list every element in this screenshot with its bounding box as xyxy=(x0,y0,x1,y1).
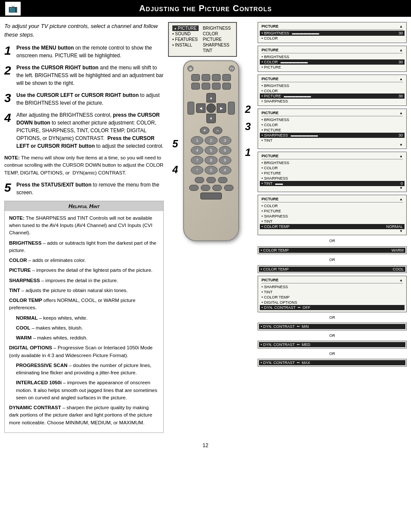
hint-brightness: BRIGHTNESS – adds or subtracts light fro… xyxy=(9,240,159,255)
osd-panel-4-title: PICTURE▲ xyxy=(262,111,403,116)
num-btn-hash[interactable]: # xyxy=(219,166,231,174)
step-4: 4 After adjusting the BRIGHTNESS control… xyxy=(4,111,164,150)
osd-item-brightness-5: • BRIGHTNESS xyxy=(262,160,403,165)
cursor-right-btn[interactable]: ▶ xyxy=(217,103,226,113)
dyn-or-3: OR xyxy=(258,352,407,356)
osd-item-sharpness-3: • SHARPNESS xyxy=(262,99,403,104)
step-1: 1 Press the MENU button on the remote co… xyxy=(4,44,164,59)
num-btn-star[interactable]: * xyxy=(191,166,203,174)
remote-oval-5[interactable] xyxy=(201,185,210,191)
osd-dyn-max: • DYN. CONTRAST •• MAX xyxy=(259,360,405,365)
menu-right-col: BRIGHTNESS COLOR PICTURE SHARPNESS TINT xyxy=(203,25,231,53)
osd-colortemp-warm: • COLOR TEMP WARM xyxy=(259,248,405,253)
cursor-up-btn[interactable]: ▲ xyxy=(206,93,216,103)
hint-sharpness: SHARPNESS – improves the detail in the p… xyxy=(9,277,159,284)
num-btn-7[interactable]: 7 xyxy=(191,156,203,165)
num-btn-4[interactable]: 4 xyxy=(191,146,203,155)
remote-tv-btn[interactable]: TV xyxy=(229,65,235,72)
remote-btn-f[interactable] xyxy=(202,83,210,90)
step-2: 2 Press the CURSOR RIGHT button and the … xyxy=(4,64,164,87)
osd-panel-1-title: PICTURE▲ xyxy=(262,24,403,30)
remote-side-btn-r[interactable] xyxy=(228,102,235,115)
plus-btn[interactable]: + xyxy=(200,127,209,134)
osd-item-picture-2: • PICTURE xyxy=(262,65,403,70)
dpad-center-btn[interactable] xyxy=(206,103,216,113)
osd-item-picture-5: • PICTURE xyxy=(262,171,403,176)
osd-item-picture-6: • PICTURE xyxy=(262,208,403,214)
menu-brightness: BRIGHTNESS xyxy=(203,25,231,31)
menu-item-install: • INSTALL xyxy=(172,42,199,48)
remote-oval-4[interactable] xyxy=(189,185,199,191)
step-text-1: Press the MENU button on the remote cont… xyxy=(16,44,164,59)
step-text-4: After adjusting the BRIGHTNESS control, … xyxy=(16,111,164,150)
osd-panel-6-title: PICTURE▲ xyxy=(262,197,403,202)
step-5: 5 Press the STATUS/EXIT button to remove… xyxy=(4,181,164,196)
remote-oval-2[interactable] xyxy=(206,177,216,183)
menu-color: COLOR xyxy=(203,31,231,37)
remote-btn-c[interactable] xyxy=(212,74,221,81)
osd-panels-column: PICTURE▲ • BRIGHTNESS ▬▬▬▬▬▬▬ 30 • COLOR… xyxy=(258,22,407,433)
remote-status-exit-btn[interactable] xyxy=(200,193,222,199)
osd-item-color-1: • COLOR xyxy=(262,36,403,41)
remote-oval-3[interactable] xyxy=(218,177,227,183)
note-box: NOTE: The menu will show only five items… xyxy=(4,154,164,177)
osd-item-brightness-1: • BRIGHTNESS ▬▬▬▬▬▬▬ 30 xyxy=(260,31,405,36)
helpful-hint-title: Helpful Hint xyxy=(5,201,163,211)
remote-oval-6[interactable] xyxy=(212,185,222,191)
remote-btn-b[interactable] xyxy=(202,74,210,81)
num-btn-3[interactable]: 3 xyxy=(219,136,231,145)
osd-panel-dyn-title: PICTURE▲ xyxy=(262,278,403,283)
remote-btn-g[interactable] xyxy=(212,83,221,90)
color-temp-warm-panel: • COLOR TEMP WARM xyxy=(258,246,407,254)
minus-btn[interactable]: − xyxy=(213,127,222,134)
page-number: 12 xyxy=(0,438,411,453)
num-btn-6[interactable]: 6 xyxy=(219,146,231,155)
osd-digital-dyn: • DIGITAL OPTIONS xyxy=(262,300,403,305)
osd-dyn-min: • DYN. CONTRAST •• MIN xyxy=(259,324,405,329)
step-overlay-3: 3 xyxy=(245,121,251,133)
osd-colortemp-cool: • COLOR TEMP COOL xyxy=(259,267,405,272)
osd-sharpness-dyn: • SHARPNESS xyxy=(262,284,403,289)
remote-btn-h[interactable] xyxy=(222,83,231,90)
step-overlay-5: 5 xyxy=(172,138,178,150)
remote-side-btn-l[interactable] xyxy=(187,102,194,115)
osd-item-colortemp-6: • COLOR TEMP NORMAL xyxy=(260,224,405,229)
hint-color: COLOR – adds or eliminates color. xyxy=(9,257,159,264)
osd-item-color-3: • COLOR xyxy=(262,88,403,93)
osd-item-sharpness-5: • SHARPNESS xyxy=(262,176,403,181)
osd-dyn-med: • DYN. CONTRAST •• MED xyxy=(259,342,405,347)
num-btn-0[interactable]: 0 xyxy=(205,166,217,174)
num-btn-8[interactable]: 8 xyxy=(205,156,217,165)
remote-oval-1[interactable] xyxy=(195,177,204,183)
remote-btn-a[interactable] xyxy=(191,74,200,81)
osd-panel-4: PICTURE▲ • BRIGHTNESS • COLOR • PICTURE … xyxy=(258,109,407,149)
remote-oval-7[interactable] xyxy=(224,185,234,191)
remote-row-1 xyxy=(187,74,235,81)
osd-panel-3-title: PICTURE▲ xyxy=(262,77,403,82)
step-number-2: 2 xyxy=(4,65,13,77)
header-logo: 📺 xyxy=(4,1,22,16)
remote-btn-e[interactable] xyxy=(191,83,200,90)
left-column: To adjust your TV picture controls, sele… xyxy=(4,22,164,433)
remote-row-2 xyxy=(187,83,235,90)
osd-item-sharpness-6: • SHARPNESS xyxy=(262,214,403,219)
header: 📺 Adjusting the Picture Controls xyxy=(0,0,411,17)
step-text-2: Press the CURSOR RIGHT button and the me… xyxy=(16,64,164,87)
num-btn-9[interactable]: 9 xyxy=(219,156,231,165)
hint-dynamic: DYNAMIC CONTRAST – sharpen the picture q… xyxy=(9,404,159,426)
helpful-hint-box: Helpful Hint NOTE: The SHARPNESS and TIN… xyxy=(4,201,164,433)
remote-power-btn[interactable]: ⏻ xyxy=(187,65,193,72)
remote-btn-d[interactable] xyxy=(222,74,231,81)
intro-text: To adjust your TV picture controls, sele… xyxy=(4,22,164,39)
osd-panel-2: PICTURE▲ • BRIGHTNESS • COLOR ▬▬▬▬▬▬▬ 30… xyxy=(258,46,407,72)
osd-item-tint-5: • TINT ▬▬ 0 xyxy=(260,181,405,186)
cursor-left-btn[interactable]: ◀ xyxy=(196,103,206,113)
cursor-down-btn[interactable]: ▼ xyxy=(206,114,216,123)
num-btn-5[interactable]: 5 xyxy=(205,146,217,155)
osd-panel-2-title: PICTURE▲ xyxy=(262,48,403,53)
num-btn-1[interactable]: 1 xyxy=(191,136,203,145)
num-btn-2[interactable]: 2 xyxy=(205,136,217,145)
dyn-or-1: OR xyxy=(258,315,407,320)
color-temp-cool-panel: • COLOR TEMP COOL xyxy=(258,265,407,273)
osd-panel-1: PICTURE▲ • BRIGHTNESS ▬▬▬▬▬▬▬ 30 • COLOR xyxy=(258,22,407,43)
